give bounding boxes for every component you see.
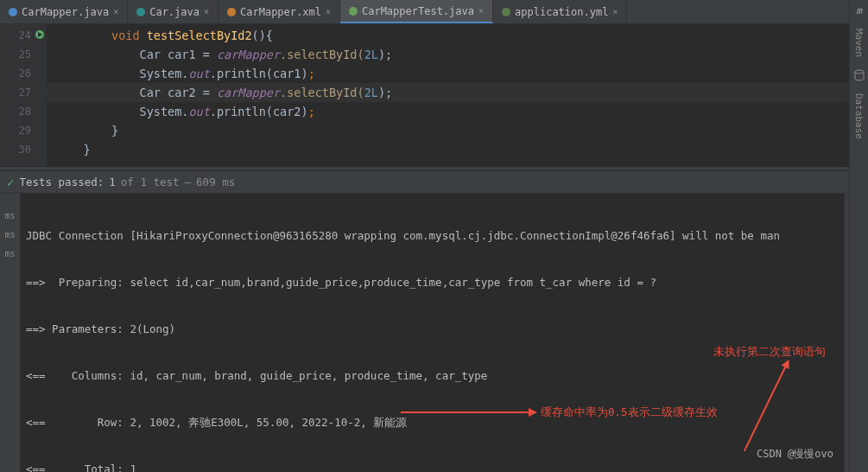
watermark: CSDN @慢慢ovo [757,447,833,462]
close-icon[interactable]: × [612,7,618,16]
tab-label: CarMapper.xml [240,6,321,18]
dash: – [185,175,192,188]
console-line: ==> Preparing: select id,car_num,brand,g… [26,275,839,290]
tab-label: Car.java [149,6,200,18]
maven-m-icon[interactable]: m [856,5,862,16]
close-icon[interactable]: × [478,6,484,16]
tab-car-java[interactable]: Car.java × [128,0,219,23]
tab-label: CarMapperTest.java [362,5,474,17]
tests-passed-count: 1 [109,175,116,188]
strip-item[interactable]: ms [0,211,20,226]
console-line: ==> Parameters: 2(Long) [26,322,839,337]
close-icon[interactable]: × [326,7,331,16]
xml-file-icon [227,8,236,16]
java-test-icon [349,7,358,16]
java-class-icon [136,8,145,16]
editor-tabs: CarMapper.java × Car.java × CarMapper.xm… [0,0,868,24]
test-status-bar: ✓ Tests passed: 1 of 1 test – 609 ms [0,171,868,194]
code-content[interactable]: ✓ void testSelectById2(){ Car car1 = car… [47,24,868,166]
database-panel-button[interactable]: Database [853,93,865,139]
close-icon[interactable]: × [113,7,118,16]
test-pass-icon: ✓ [7,175,14,189]
tests-passed-label: Tests passed: [19,175,104,188]
svg-point-1 [855,70,864,73]
right-tool-sidebar: m Maven Database [849,0,868,472]
run-tab-strip: ms ms ms [0,194,21,472]
tab-label: CarMapper.java [22,6,109,18]
console-line: JDBC Connection [HikariProxyConnection@9… [26,228,839,244]
database-icon[interactable] [853,69,865,81]
strip-item[interactable]: ms [0,230,20,246]
strip-item[interactable]: ms [0,249,20,265]
java-interface-icon [9,8,17,16]
console-panel: ms ms ms JDBC Connection [HikariProxyCon… [0,194,868,472]
tests-time: 609 ms [196,175,235,188]
tab-application-yml[interactable]: application.yml × [493,0,627,23]
tab-carmappertest-java[interactable]: CarMapperTest.java × [340,0,493,23]
code-editor[interactable]: 24 25 26 27 28 29 30 ✓ void testSelectBy… [0,24,868,166]
yml-file-icon [502,8,510,16]
tab-carmapper-java[interactable]: CarMapper.java × [0,0,128,23]
annotation-cache-hit: 缓存命中率为0.5表示二级缓存生效 [541,405,718,420]
console-line: <== Columns: id, car_num, brand, guide_p… [26,368,839,384]
close-icon[interactable]: × [204,7,209,16]
tests-of-label: of 1 test [121,175,180,188]
maven-panel-button[interactable]: Maven [853,29,865,57]
annotation-arrow [401,411,530,413]
console-line: <== Total: 1 [26,462,839,472]
run-test-icon[interactable] [35,29,45,40]
line-gutter: 24 25 26 27 28 29 30 [0,24,47,166]
annotation-no-second-query: 未执行第二次查询语句 [713,344,826,360]
tab-label: application.yml [515,6,608,18]
console-output[interactable]: JDBC Connection [HikariProxyConnection@9… [21,194,844,472]
tab-carmapper-xml[interactable]: CarMapper.xml × [219,0,340,23]
